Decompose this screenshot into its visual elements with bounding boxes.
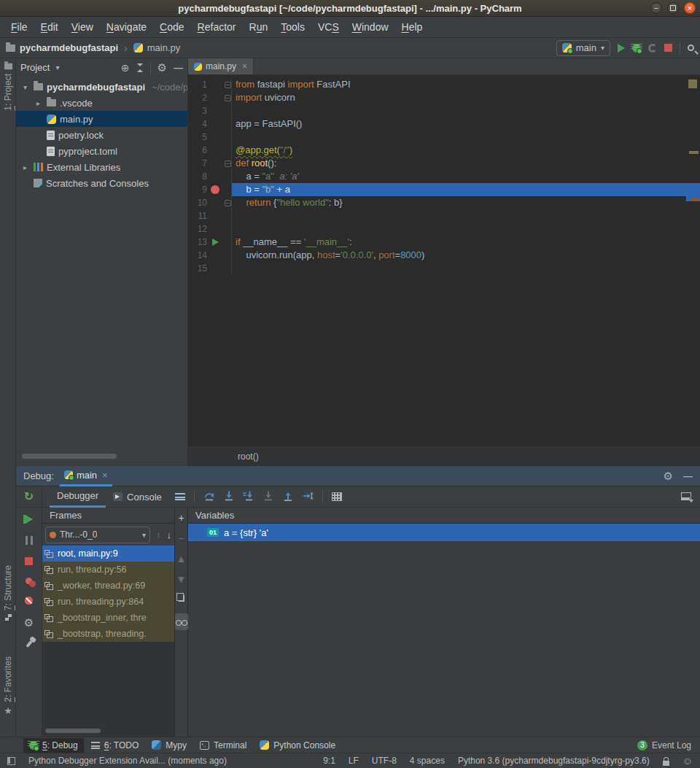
code-line-7[interactable]: 7def root():	[188, 157, 700, 170]
menu-navigate[interactable]: Navigate	[100, 21, 153, 33]
stack-frame[interactable]: _bootstrap_inner, thre	[42, 610, 174, 626]
close-session-icon[interactable]: ×	[102, 470, 108, 481]
tree-item-pycharmdebugfastapi[interactable]: ▾pycharmdebugfastapi~/code/pycharmdebugf…	[16, 79, 187, 95]
debug-tab-console[interactable]: Console	[106, 486, 169, 508]
horizontal-scrollbar[interactable]	[22, 454, 117, 459]
menu-window[interactable]: Window	[346, 21, 395, 33]
line-number[interactable]: 15	[188, 262, 207, 275]
code-line-5[interactable]: 5	[188, 131, 700, 144]
tree-item--vscode[interactable]: ▸.vscode	[16, 95, 187, 111]
hide-panel-icon[interactable]: —	[174, 62, 183, 73]
fold-marker[interactable]	[223, 157, 232, 170]
line-number[interactable]: 3	[188, 104, 207, 117]
code-line-8[interactable]: 8 a = "a" a: 'a'	[188, 170, 700, 183]
hide-panel-icon[interactable]: —	[683, 470, 693, 481]
project-view-select[interactable]: Project	[20, 62, 50, 73]
add-watch-icon[interactable]: +	[178, 513, 184, 522]
line-number[interactable]: 7	[188, 157, 207, 170]
copy-icon[interactable]	[179, 595, 184, 602]
code-editor[interactable]: 1from fastapi import FastAPI2import uvic…	[188, 75, 700, 446]
toolwindow-button-6--todo[interactable]: 6: TODO	[85, 738, 145, 753]
show-watches-toggle[interactable]	[175, 613, 188, 630]
menu-view[interactable]: View	[65, 21, 100, 33]
line-number[interactable]: 5	[188, 131, 207, 144]
stripe-structure-button[interactable]: 7: Structure	[0, 565, 16, 621]
debug-session-tab[interactable]: main ×	[60, 466, 112, 486]
line-number[interactable]: 11	[188, 209, 207, 222]
stack-frame[interactable]: _bootstrap, threading.	[42, 626, 174, 642]
debug-button[interactable]	[632, 44, 641, 53]
code-line-11[interactable]: 11	[188, 209, 700, 222]
breakpoint-stripe-mark[interactable]	[691, 198, 699, 201]
line-number[interactable]: 12	[188, 222, 207, 236]
stack-frame[interactable]: root, main.py:9	[42, 546, 174, 562]
status-encoding[interactable]: UTF-8	[372, 756, 397, 766]
menu-vcs[interactable]: VCS	[311, 21, 346, 33]
stack-frame[interactable]: run, threading.py:864	[42, 594, 174, 610]
menu-run[interactable]: Run	[243, 21, 275, 33]
minimize-window-icon[interactable]: −	[650, 2, 662, 14]
gear-icon[interactable]: ⚙	[158, 62, 167, 73]
step-into-icon[interactable]	[223, 490, 235, 504]
stripe-project-button[interactable]: 1: Project	[0, 63, 16, 111]
inspections-profile-icon[interactable]: ☺	[682, 756, 693, 766]
tree-item-main-py[interactable]: main.py	[16, 111, 187, 127]
line-number[interactable]: 13	[188, 236, 207, 249]
horizontal-scrollbar[interactable]	[45, 729, 101, 733]
breadcrumb-project[interactable]: pycharmdebugfastapi	[20, 42, 118, 53]
run-button[interactable]	[618, 44, 625, 53]
event-log-button[interactable]: 3Event Log	[637, 740, 700, 750]
code-line-4[interactable]: 4app = FastAPI()	[188, 117, 700, 131]
chevron-collapsed-icon[interactable]: ▸	[34, 99, 43, 107]
restore-layout-icon[interactable]	[681, 492, 691, 500]
menu-file[interactable]: File	[4, 21, 34, 33]
code-line-14[interactable]: 14 uvicorn.run(app, host='0.0.0.0', port…	[188, 249, 700, 262]
debug-settings-icon[interactable]: ⚙	[24, 617, 34, 628]
tree-item-scratches-and-consoles[interactable]: Scratches and Consoles	[16, 175, 187, 191]
inspection-indicator[interactable]	[688, 79, 697, 88]
search-icon[interactable]	[688, 44, 694, 51]
code-line-2[interactable]: 2import uvicorn	[188, 91, 700, 104]
code-line-9[interactable]: 9 b = "b" + a	[188, 183, 700, 196]
step-into-my-code-icon[interactable]	[243, 490, 254, 504]
stop-button[interactable]	[664, 44, 672, 52]
status-message[interactable]: Python Debugger Extension Avail... (mome…	[28, 756, 227, 766]
layout-settings-icon[interactable]	[175, 493, 185, 500]
line-number[interactable]: 1	[188, 78, 207, 91]
tree-item-pyproject-toml[interactable]: pyproject.toml	[16, 143, 187, 159]
toolwindow-button-terminal[interactable]: Terminal	[194, 738, 252, 753]
code-line-6[interactable]: 6@app.get("/")	[188, 144, 700, 157]
stop-icon[interactable]	[25, 557, 33, 565]
status-interpreter[interactable]: Python 3.6 (pycharmdebugfastapi-9cdjtyrg…	[458, 756, 650, 766]
mute-breakpoints-icon[interactable]	[25, 597, 33, 605]
code-line-12[interactable]: 12	[188, 222, 700, 236]
variable-row[interactable]: 01a = {str} 'a'	[188, 524, 700, 541]
code-line-1[interactable]: 1from fastapi import FastAPI	[188, 78, 700, 91]
tree-item-external-libraries[interactable]: ▸External Libraries	[16, 159, 187, 175]
tree-item-poetry-lock[interactable]: poetry.lock	[16, 127, 187, 143]
step-out-icon[interactable]	[282, 490, 294, 504]
maximize-window-icon[interactable]	[667, 2, 679, 14]
next-frame-icon[interactable]: ↓	[167, 530, 172, 540]
line-number[interactable]: 14	[188, 249, 207, 262]
stack-frame[interactable]: run, thread.py:56	[42, 562, 174, 578]
run-to-cursor-icon[interactable]	[302, 490, 314, 504]
chevron-collapsed-icon[interactable]: ▸	[20, 163, 30, 171]
toolwindow-button-5--debug[interactable]: 5: Debug	[23, 738, 84, 753]
fold-marker[interactable]	[223, 91, 232, 104]
run-configuration-select[interactable]: main ▾	[556, 40, 610, 56]
line-number[interactable]: 6	[188, 144, 207, 157]
collapse-all-icon[interactable]	[136, 63, 144, 72]
breakpoint-icon[interactable]	[207, 183, 223, 196]
toggle-toolwindows-icon[interactable]	[7, 757, 15, 765]
status-caret-position[interactable]: 9:1	[323, 756, 335, 766]
line-number[interactable]: 9	[188, 183, 207, 196]
breadcrumb-file[interactable]: main.py	[147, 42, 181, 53]
breadcrumb-function[interactable]: root()	[238, 451, 259, 462]
menu-help[interactable]: Help	[395, 21, 429, 33]
fold-marker[interactable]	[223, 196, 232, 209]
code-line-15[interactable]: 15	[188, 262, 700, 275]
status-line-separator[interactable]: LF	[349, 756, 359, 766]
fold-marker[interactable]	[223, 78, 232, 91]
menu-code[interactable]: Code	[153, 21, 190, 33]
